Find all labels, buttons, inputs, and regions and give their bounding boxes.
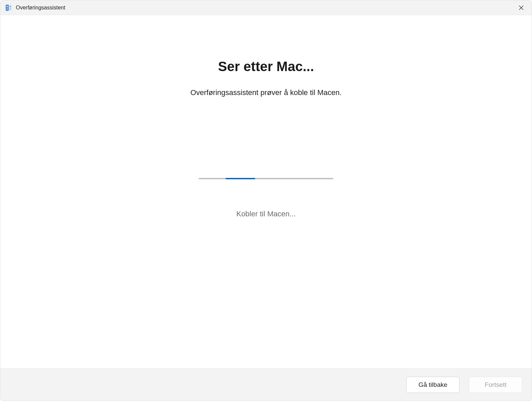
- window-title: Overføringsassistent: [16, 5, 513, 11]
- svg-rect-1: [9, 4, 12, 10]
- page-heading: Ser etter Mac...: [218, 59, 314, 74]
- close-icon: [519, 5, 524, 10]
- titlebar: Overføringsassistent: [0, 0, 532, 15]
- app-window: Overføringsassistent Ser etter Mac... Ov…: [0, 0, 532, 401]
- status-text: Kobler til Macen...: [236, 210, 296, 218]
- back-button[interactable]: Gå tilbake: [406, 377, 460, 393]
- progress-bar: [199, 178, 333, 179]
- svg-point-3: [10, 6, 11, 7]
- svg-rect-0: [6, 4, 9, 10]
- page-subtitle: Overføringsassistent prøver å koble til …: [190, 88, 342, 97]
- app-icon: [5, 4, 12, 11]
- svg-point-2: [7, 6, 8, 7]
- main-content: Ser etter Mac... Overføringsassistent pr…: [0, 15, 532, 368]
- continue-button: Fortsett: [469, 377, 522, 393]
- progress-indicator: [226, 178, 255, 179]
- close-button[interactable]: [513, 0, 529, 15]
- footer: Gå tilbake Fortsett: [0, 368, 532, 401]
